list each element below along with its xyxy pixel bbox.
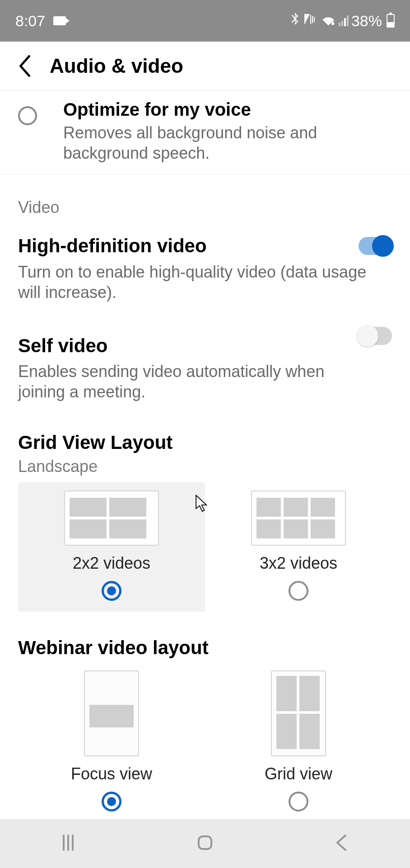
radio-selected-icon bbox=[102, 792, 121, 811]
setting-description: Enables sending video automatically when… bbox=[18, 361, 370, 402]
row-texts: Optimize for my voice Removes all backgr… bbox=[63, 98, 392, 163]
back-button[interactable] bbox=[9, 42, 41, 90]
option-title: Optimize for my voice bbox=[63, 98, 392, 121]
status-left: 8:07 bbox=[15, 12, 290, 30]
grid-option-3x2[interactable]: 3x2 videos bbox=[205, 482, 392, 612]
option-description: Removes all background noise and backgro… bbox=[63, 123, 392, 163]
setting-self-video[interactable]: Self video Enables sending video automat… bbox=[0, 313, 410, 413]
nav-recent-button[interactable] bbox=[58, 833, 78, 854]
cell-signal-icon bbox=[339, 15, 349, 26]
nav-home-button[interactable] bbox=[195, 833, 215, 854]
grid-3x2-thumb bbox=[251, 491, 346, 546]
setting-title: High-definition video bbox=[18, 234, 392, 258]
radio-unselected-icon bbox=[289, 581, 308, 601]
svg-rect-1 bbox=[199, 836, 211, 849]
webinar-layout-options: Focus view Grid view bbox=[0, 662, 410, 822]
grid-view-layout-title: Grid View Layout bbox=[0, 413, 410, 457]
setting-hd-video[interactable]: High-definition video Turn on to enable … bbox=[0, 223, 410, 313]
setting-description: Turn on to enable high-quality video (da… bbox=[18, 262, 370, 302]
radio-unselected-icon bbox=[289, 792, 308, 811]
setting-title: Self video bbox=[18, 334, 392, 358]
svg-point-0 bbox=[331, 22, 334, 25]
camera-icon bbox=[53, 16, 66, 25]
toggle-knob bbox=[357, 325, 378, 347]
battery-icon bbox=[387, 14, 395, 28]
battery-percent: 38% bbox=[351, 12, 382, 30]
nav-back-icon bbox=[332, 833, 352, 853]
app-header: Audio & video bbox=[0, 42, 410, 91]
status-right: 38% bbox=[290, 12, 395, 30]
radio-selected-icon bbox=[102, 581, 121, 601]
audio-option-optimize-voice[interactable]: Optimize for my voice Removes all backgr… bbox=[0, 91, 410, 175]
wifi-icon bbox=[321, 12, 336, 30]
grid-option-2x2[interactable]: 2x2 videos bbox=[18, 482, 205, 612]
status-bar: 8:07 38% bbox=[0, 0, 410, 42]
radio-unselected-icon bbox=[18, 106, 37, 125]
section-label-video: Video bbox=[0, 175, 410, 223]
option-label: 2x2 videos bbox=[73, 554, 150, 573]
grid-view-mode-label: Landscape bbox=[0, 457, 410, 482]
webinar-option-focus[interactable]: Focus view bbox=[18, 662, 205, 822]
toggle-self-video[interactable] bbox=[359, 327, 392, 345]
grid-view-thumb bbox=[271, 670, 326, 756]
page-title: Audio & video bbox=[50, 55, 183, 77]
nav-back-button[interactable] bbox=[332, 833, 352, 854]
chevron-left-icon bbox=[18, 55, 32, 77]
vibrate-icon bbox=[303, 13, 318, 29]
recent-apps-icon bbox=[58, 833, 78, 853]
status-time: 8:07 bbox=[15, 12, 45, 30]
grid-view-options: 2x2 videos 3x2 videos bbox=[0, 482, 410, 612]
system-nav-bar bbox=[0, 819, 410, 868]
option-label: 3x2 videos bbox=[260, 554, 337, 573]
grid-2x2-thumb bbox=[64, 491, 159, 546]
toggle-knob bbox=[372, 235, 394, 257]
webinar-option-grid[interactable]: Grid view bbox=[205, 662, 392, 822]
focus-view-thumb bbox=[84, 670, 139, 756]
home-icon bbox=[195, 833, 215, 853]
webinar-layout-title: Webinar video layout bbox=[0, 612, 410, 662]
bluetooth-icon bbox=[290, 13, 300, 29]
toggle-hd-video[interactable] bbox=[359, 237, 392, 255]
option-label: Focus view bbox=[71, 764, 152, 783]
option-label: Grid view bbox=[265, 764, 332, 783]
